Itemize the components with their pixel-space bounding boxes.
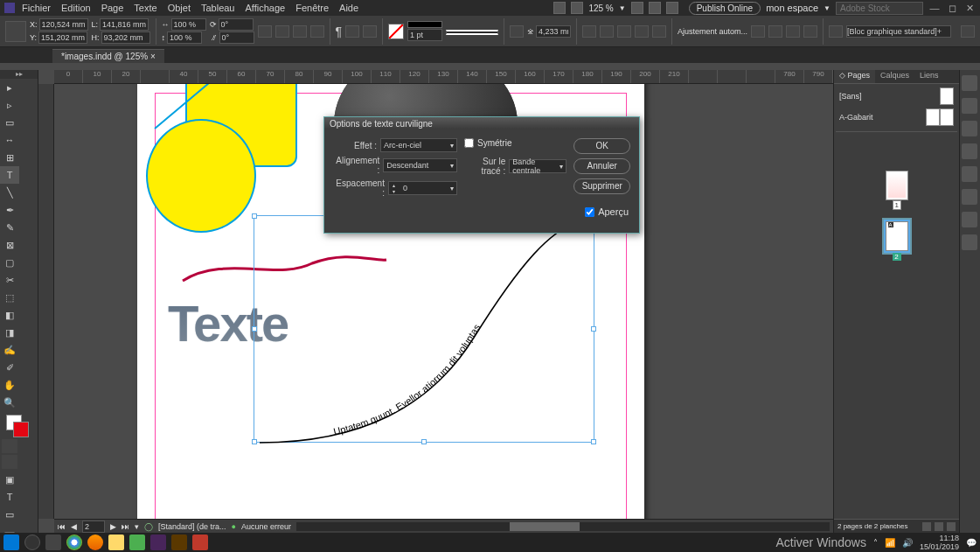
text-wrap-jump-icon[interactable] — [635, 25, 649, 38]
zoom-level[interactable]: 125 % — [588, 3, 613, 13]
preview-checkbox[interactable]: Aperçu — [585, 206, 629, 217]
color-panel-icon[interactable] — [962, 98, 977, 114]
text-wrap-jump-next-icon[interactable] — [652, 25, 666, 38]
menu-help[interactable]: Aide — [339, 3, 358, 13]
tray-network-icon[interactable]: 📶 — [885, 538, 895, 548]
shear-field[interactable] — [219, 31, 254, 44]
arrange-icon[interactable] — [666, 2, 678, 14]
page-nav-prev-icon[interactable]: ◀ — [71, 522, 77, 531]
close-button[interactable]: ✕ — [963, 2, 976, 14]
gap-tool[interactable]: ↔ — [0, 131, 19, 149]
to-path-dropdown[interactable]: Bande centrale — [509, 159, 566, 173]
stock-icon[interactable] — [571, 2, 583, 14]
effects-icon[interactable] — [829, 25, 843, 38]
flip-v-icon[interactable] — [310, 25, 324, 38]
page-thumb-2[interactable]: A 2 — [886, 221, 908, 251]
scissors-tool[interactable]: ✂ — [0, 271, 19, 289]
cancel-button[interactable]: Annuler — [573, 158, 630, 174]
fit-prop-icon[interactable] — [803, 25, 817, 38]
rotate-ccw-icon[interactable] — [275, 25, 289, 38]
effects-panel-icon[interactable] — [962, 212, 977, 227]
start-button[interactable] — [3, 535, 19, 550]
bridge-icon[interactable] — [553, 2, 566, 14]
zoom-tool[interactable]: 🔍 — [0, 394, 19, 411]
menu-edit[interactable]: Edition — [61, 3, 91, 13]
hand-tool[interactable]: ✋ — [0, 376, 19, 394]
publish-online-button[interactable]: Publish Online — [689, 2, 761, 15]
delete-button[interactable]: Supprimer — [573, 178, 630, 194]
format-container-icon[interactable]: ▣ — [0, 471, 19, 488]
tray-notifications-icon[interactable]: 💬 — [966, 538, 977, 548]
screen-mode-normal-icon[interactable]: ▭ — [0, 506, 19, 523]
stroke-style-dropdown[interactable] — [446, 30, 498, 35]
master-a[interactable]: A-Gabarit — [836, 107, 957, 128]
cortana-icon[interactable] — [24, 535, 40, 550]
tray-volume-icon[interactable]: 🔊 — [902, 538, 913, 548]
flip-h-icon[interactable] — [293, 25, 307, 38]
effect-dropdown[interactable]: Arc-en-ciel — [380, 138, 457, 152]
rotate-cw-icon[interactable] — [258, 25, 272, 38]
menu-text[interactable]: Texte — [134, 3, 156, 13]
new-page-icon[interactable] — [935, 522, 943, 531]
menu-table[interactable]: Tableau — [201, 3, 235, 13]
page-nav-next-icon[interactable]: ▶ — [110, 522, 116, 531]
rotate-field[interactable] — [219, 18, 254, 31]
stroke-panel-icon[interactable] — [962, 143, 977, 159]
object-styles-panel-icon[interactable] — [962, 234, 977, 250]
content-collector-tool[interactable]: ⊞ — [0, 149, 19, 166]
page-nav-last-icon[interactable]: ⏭ — [122, 522, 129, 531]
horizontal-ruler[interactable]: 01020 4050607080901001101201301401501601… — [54, 70, 833, 84]
gradient-feather-tool[interactable]: ◨ — [0, 324, 19, 341]
view-options-icon[interactable] — [631, 2, 643, 14]
eyedropper-tool[interactable]: ✐ — [0, 359, 19, 376]
reference-point-widget[interactable] — [5, 21, 26, 42]
y-field[interactable] — [38, 31, 87, 44]
file-explorer-icon[interactable] — [108, 535, 124, 550]
stroke-swatch[interactable] — [407, 21, 442, 28]
menu-file[interactable]: Fichier — [22, 3, 51, 13]
pencil-tool[interactable]: ✎ — [0, 219, 19, 236]
page-number-field[interactable] — [82, 521, 105, 533]
tab-layers[interactable]: Calques — [875, 70, 914, 83]
text-wrap-shape-icon[interactable] — [617, 25, 631, 38]
spacing-spinner[interactable]: ▴▾0▾ — [388, 181, 457, 195]
stroke-weight-field[interactable] — [407, 29, 442, 41]
h-field[interactable] — [101, 31, 150, 44]
illustrator-taskbar-icon[interactable] — [171, 535, 187, 550]
line-tool[interactable]: ╲ — [0, 184, 19, 201]
tab-links[interactable]: Liens — [914, 70, 944, 83]
note-tool[interactable]: ✍ — [0, 341, 19, 359]
type-tool[interactable]: T — [0, 166, 19, 184]
task-view-icon[interactable] — [45, 535, 61, 550]
master-none[interactable]: [Sans] — [836, 86, 957, 107]
preflight-errors[interactable]: Aucune erreur — [241, 522, 291, 531]
page-tool[interactable]: ▭ — [0, 114, 19, 131]
dialog-title[interactable]: Options de texte curviligne — [324, 117, 639, 129]
align-dropdown[interactable]: Descendant — [383, 158, 457, 172]
menu-object[interactable]: Objet — [168, 3, 191, 13]
taskbar-clock[interactable]: 11:1815/01/2019 — [920, 534, 959, 551]
w-field[interactable] — [100, 18, 149, 31]
screen-mode-icon[interactable] — [649, 2, 661, 14]
pen-tool[interactable]: ✒ — [0, 201, 19, 219]
recorder-icon[interactable] — [192, 535, 208, 550]
rectangle-frame-tool[interactable]: ⊠ — [0, 236, 19, 254]
object-style-dropdown[interactable] — [846, 25, 951, 38]
gradient-swatch-tool[interactable]: ◧ — [0, 306, 19, 324]
tab-pages[interactable]: ◇ Pages — [834, 70, 875, 83]
select-content-icon[interactable] — [363, 25, 377, 38]
select-container-icon[interactable] — [345, 25, 359, 38]
tray-up-icon[interactable]: ˄ — [873, 538, 878, 548]
center-content-icon[interactable] — [786, 25, 800, 38]
text-wrap-none-icon[interactable] — [582, 25, 596, 38]
gradient-panel-icon[interactable] — [962, 166, 977, 182]
open-dropdown-icon[interactable]: ▾ — [135, 522, 139, 531]
firefox-icon[interactable] — [87, 535, 103, 550]
scale-y-field[interactable] — [167, 31, 202, 44]
camtasia-icon[interactable] — [129, 535, 145, 550]
fit-frame-icon[interactable] — [768, 25, 782, 38]
menu-view[interactable]: Affichage — [246, 3, 286, 13]
minimize-button[interactable]: — — [928, 2, 941, 14]
swatches-panel-icon[interactable] — [962, 121, 977, 136]
edit-page-size-icon[interactable] — [922, 522, 931, 531]
